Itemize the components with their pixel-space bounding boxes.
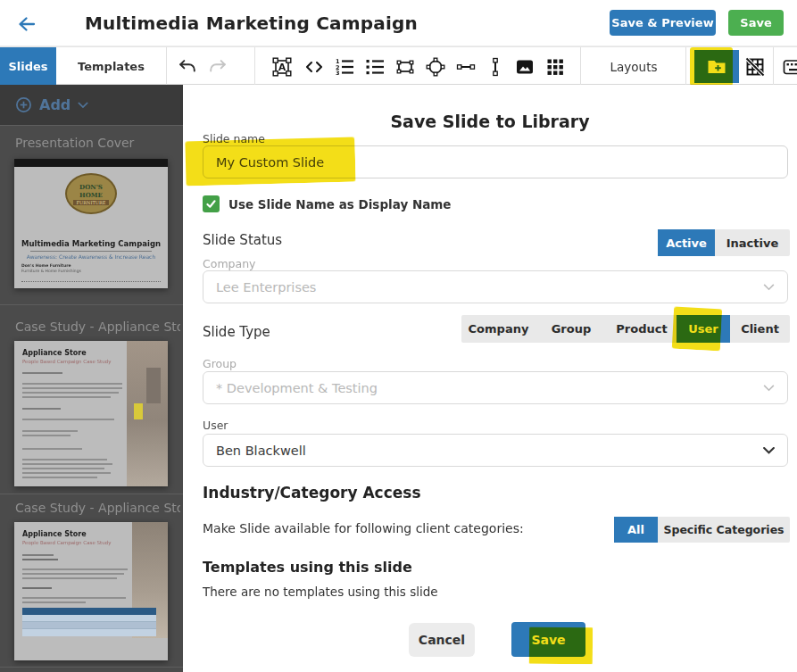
app-window: Multimedia Marketing Campaign Save & Pre… [0,0,797,672]
slide-type-option-user[interactable]: User [677,315,730,343]
company-value: Lee Enterprises [216,280,316,295]
thumb-footer-line: Furniture & Home Furnishings [21,269,81,273]
status-option-active[interactable]: Active [658,229,715,256]
plus-circle-icon [15,96,32,113]
slide-thumbnail-case-study-1[interactable]: Appliance Store People Based Campaign Ca… [14,341,168,486]
thumb-dotted-rule [21,281,161,282]
horizontal-line-icon[interactable] [455,56,477,78]
check-icon [205,198,217,210]
slide-name-input[interactable] [203,145,788,178]
thumb-top-bar [14,159,168,167]
svg-text:3: 3 [336,70,340,77]
slide-type-option-product[interactable]: Product [607,315,677,343]
thumb-subtitle: Awareness: Create Awareness & Increase R… [14,253,168,260]
page-title: Multimedia Marketing Campaign [85,12,418,34]
logo-text: HOME [79,191,103,199]
industry-access-description: Make Slide available for following clien… [203,521,524,535]
editor-toolbar: Slides Templates A 123 [0,46,797,85]
tab-templates[interactable]: Templates [56,47,166,86]
save-button-top[interactable]: Save [728,10,784,36]
logo-banner-text: FURNITURE [73,200,110,205]
toolbar-separator [254,47,255,86]
code-icon[interactable] [303,56,325,78]
company-select[interactable]: Lee Enterprises [203,270,788,303]
toolbar-separator [773,47,774,86]
save-slide-to-library-button[interactable] [694,50,739,83]
back-button[interactable] [16,13,37,35]
toolbar-separator [166,47,167,86]
thumb-subheading: People Based Campaign Case Study [22,359,111,364]
thumb-subheading: People Based Campaign Case Study [22,540,111,545]
chevron-down-icon [763,284,775,291]
divider [0,494,183,494]
group-value: * Development & Testing [216,381,378,395]
toolbar-separator [580,47,581,86]
image-icon[interactable] [514,56,535,78]
slide-status-toggle: Active Inactive [658,229,790,256]
slide-type-toggle: Company Group Product User Client [461,315,790,343]
slide-thumbnail-case-study-2[interactable]: Appliance Store People Based Campaign Ca… [14,522,168,660]
category-option-specific[interactable]: Specific Categories [658,517,790,543]
unordered-list-icon[interactable] [364,56,386,78]
slide-type-label: Slide Type [203,324,270,340]
thumb-rule [30,251,152,252]
vertical-line-icon[interactable] [485,56,506,78]
ordered-list-icon[interactable]: 123 [334,56,355,78]
redo-icon[interactable] [207,56,228,78]
thumb-heading: Appliance Store [22,530,111,538]
text-box-icon[interactable]: A [271,56,293,78]
slide-status-label: Slide Status [203,232,282,248]
thumb-photo [127,341,168,486]
slide-name-label: Slide name [203,132,265,145]
chevron-down-icon [763,385,775,392]
slide-thumbnail-presentation-cover[interactable]: DON'S HOME FURNITURE Multimedia Marketin… [14,159,168,288]
modal-title: Save Slide to Library [183,112,797,131]
company-label: Company [203,257,255,270]
folder-plus-icon [706,56,727,78]
category-option-all[interactable]: All [614,517,658,543]
dons-home-furniture-logo: DON'S HOME FURNITURE [65,173,117,214]
status-option-inactive[interactable]: Inactive [715,229,790,256]
top-header: Multimedia Marketing Campaign Save & Pre… [0,0,797,46]
industry-access-heading: Industry/Category Access [203,484,421,502]
save-and-preview-button[interactable]: Save & Preview [610,10,716,36]
grid-dots-icon[interactable] [544,56,566,78]
use-slide-name-label: Use Slide Name as Display Name [228,197,452,212]
slide-type-option-group[interactable]: Group [535,315,607,343]
group-label: Group [203,357,237,370]
slide-section-title: Case Study - Appliance Store ( [15,501,180,515]
user-select[interactable]: Ben Blackwell [203,434,788,467]
save-button-modal[interactable]: Save [511,622,585,657]
save-slide-to-library-modal: Save Slide to Library Slide name Use Sli… [183,85,797,672]
thumb-paragraphs [22,369,122,481]
slide-section-title: Presentation Cover [15,136,180,150]
layouts-button[interactable]: Layouts [585,47,683,86]
slide-section-title: Case Study - Appliance Store ( [15,319,180,334]
table-remove-icon[interactable] [744,56,766,78]
chevron-down-icon [763,447,775,454]
chevron-down-icon [78,102,88,109]
user-label: User [203,419,228,432]
ellipse-shape-icon[interactable] [425,56,446,78]
group-select[interactable]: * Development & Testing [203,371,788,404]
use-slide-name-checkbox[interactable] [203,195,220,212]
undo-icon[interactable] [177,56,198,78]
tab-slides[interactable]: Slides [0,47,56,86]
user-value: Ben Blackwell [216,444,306,458]
templates-empty-text: There are no templates using this slide [203,585,438,599]
add-label: Add [39,96,71,113]
thumb-title: Multimedia Marketing Campaign [14,239,168,248]
keyboard-icon[interactable] [783,56,797,78]
divider [0,304,183,305]
add-slide-button[interactable]: Add [0,85,183,125]
svg-text:A: A [278,62,286,72]
thumb-heading: Appliance Store [22,349,111,357]
rectangle-shape-icon[interactable] [394,56,416,78]
slide-type-option-client[interactable]: Client [730,315,790,343]
slides-sidebar: Add Presentation Cover DON'S HOME FURNIT… [0,85,183,672]
logo-text: DON'S [79,183,103,191]
thumb-table [22,608,156,636]
slide-type-option-company[interactable]: Company [461,315,535,343]
thumb-paragraphs [22,552,128,606]
cancel-button[interactable]: Cancel [409,623,475,657]
